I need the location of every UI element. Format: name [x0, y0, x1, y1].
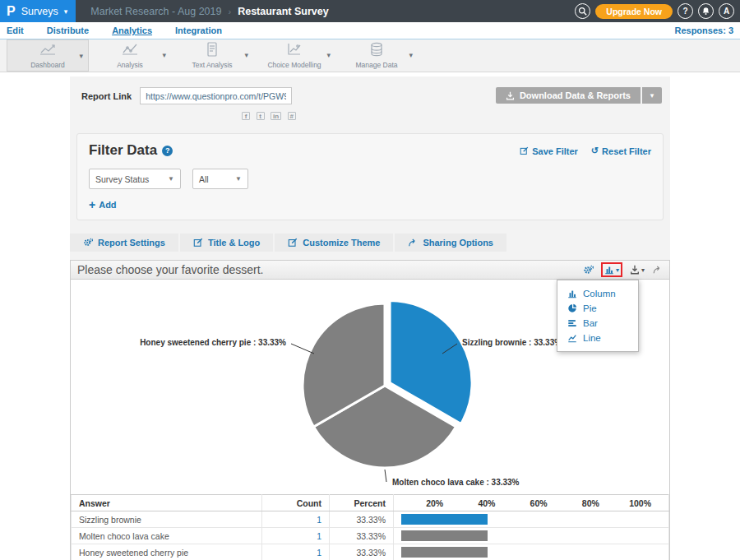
report-link-row: Report Link f t in # Download Data & Rep… — [70, 76, 670, 122]
topbar-actions: Upgrade Now ? A — [575, 0, 734, 22]
label-connector — [385, 470, 386, 482]
toolbar-text-analysis-label: Text Analysis — [192, 61, 232, 69]
menu-item-bar[interactable]: Bar — [557, 316, 638, 331]
count-cell[interactable]: 1 — [262, 544, 330, 560]
filter-value-select[interactable]: All ▼ — [192, 169, 248, 189]
toolbar-dashboard[interactable]: Dashboard ▾ — [7, 39, 89, 72]
tab-sharing-options[interactable]: Sharing Options — [395, 234, 506, 252]
breadcrumb-survey-group[interactable]: Market Research - Aug 2019 — [90, 6, 221, 17]
pie-slices[interactable] — [303, 301, 472, 468]
toolbar-choice-modelling[interactable]: Choice Modelling ▾ — [253, 39, 335, 72]
download-icon — [506, 91, 515, 100]
pie-chart-icon — [567, 303, 577, 313]
facebook-icon[interactable]: f — [242, 112, 250, 120]
toolbar-analysis-label: Analysis — [117, 61, 143, 69]
col-percent: Percent — [330, 495, 394, 511]
menu-edit[interactable]: Edit — [7, 24, 24, 37]
analytics-toolbar: Dashboard ▾ Analysis ▾ Text Analysis ▾ C… — [0, 39, 740, 72]
add-filter-label: Add — [99, 200, 116, 210]
horizontal-bar-chart-icon — [567, 318, 577, 328]
percent-bar — [401, 547, 488, 558]
reset-icon: ↺ — [591, 146, 599, 156]
notifications-button[interactable] — [698, 3, 714, 19]
chart-download-button[interactable]: ▾ — [630, 265, 645, 275]
report-link-label: Report Link — [81, 91, 132, 101]
toolbar-manage-data-label: Manage Data — [355, 61, 397, 69]
help-button[interactable]: ? — [678, 3, 693, 19]
search-button[interactable] — [575, 3, 590, 19]
tab-customize-theme[interactable]: Customize Theme — [275, 234, 393, 252]
chevron-down-icon[interactable]: ▾ — [244, 51, 248, 59]
menu-item-pie[interactable]: Pie — [557, 301, 638, 316]
chart-type-menu: Column Pie Bar — [557, 280, 639, 352]
menu-item-line[interactable]: Line — [557, 331, 638, 345]
tab-report-settings-label: Report Settings — [98, 238, 165, 248]
bell-icon — [701, 7, 710, 16]
product-name: Surveys — [21, 6, 58, 17]
twitter-icon[interactable]: t — [257, 112, 265, 120]
tab-title-logo[interactable]: Title & Logo — [180, 234, 273, 252]
save-filter-button[interactable]: Save Filter — [520, 146, 578, 156]
choice-modelling-icon — [284, 42, 304, 60]
questionpro-logo: P — [7, 4, 16, 19]
help-icon[interactable]: ? — [162, 146, 173, 156]
responses-count[interactable]: Responses: 3 — [674, 25, 733, 35]
filter-value-value: All — [199, 174, 209, 184]
report-link-input[interactable] — [140, 87, 292, 104]
scale-60: 60% — [505, 498, 557, 508]
toolbar-manage-data[interactable]: Manage Data ▾ — [335, 39, 418, 72]
chart-type-button[interactable]: ▾ — [604, 265, 619, 275]
add-filter-button[interactable]: + Add — [89, 200, 651, 210]
scale-100: 100% — [609, 498, 661, 508]
menu-item-column-label: Column — [583, 289, 616, 299]
embed-icon[interactable]: # — [288, 112, 296, 120]
chart-header: Please choose your favorite dessert. — [71, 261, 669, 280]
download-data-reports-button[interactable]: Download Data & Reports — [496, 87, 641, 104]
edit-icon — [193, 238, 203, 248]
scale-20: 20% — [401, 498, 453, 508]
share-arrow-icon — [408, 238, 418, 248]
count-cell[interactable]: 1 — [262, 528, 330, 544]
download-data-reports-group: Download Data & Reports ▾ — [496, 87, 662, 104]
percent-cell: 33.33% — [330, 528, 394, 544]
pie-label-honey: Honey sweetened cherry pie : 33.33% — [140, 338, 286, 347]
bar-chart-icon — [604, 265, 614, 275]
line-chart-icon — [567, 333, 577, 343]
results-table: Answer Count Percent 20% 40% 60% 80% 100… — [71, 494, 669, 560]
menu-analytics[interactable]: Analytics — [112, 24, 152, 37]
count-cell[interactable]: 1 — [262, 511, 330, 528]
top-bar: P Surveys ▾ Market Research - Aug 2019 ›… — [0, 0, 740, 22]
download-dropdown-button[interactable]: ▾ — [642, 87, 662, 104]
reset-filter-button[interactable]: ↺ Reset Filter — [591, 146, 651, 156]
filter-title-text: Filter Data — [89, 142, 157, 159]
filter-data-panel: Filter Data ? Save Filter ↺ Reset Filter… — [76, 133, 664, 220]
chevron-down-icon[interactable]: ▾ — [79, 52, 83, 60]
surveys-menu[interactable]: P Surveys ▾ — [0, 0, 76, 22]
chevron-down-icon[interactable]: ▾ — [162, 51, 166, 59]
account-avatar[interactable]: A — [719, 3, 734, 19]
chart-settings-button[interactable] — [583, 265, 594, 275]
toolbar-text-analysis[interactable]: Text Analysis ▾ — [171, 39, 253, 72]
menu-item-bar-label: Bar — [583, 318, 598, 328]
toolbar-analysis[interactable]: Analysis ▾ — [89, 39, 171, 72]
search-icon — [578, 7, 587, 16]
tab-report-settings[interactable]: Report Settings — [70, 234, 178, 252]
filter-field-select[interactable]: Survey Status ▼ — [89, 169, 181, 189]
upgrade-now-button[interactable]: Upgrade Now — [595, 4, 673, 19]
menu-integration[interactable]: Integration — [175, 24, 222, 37]
answer-cell: Sizzling brownie — [72, 511, 262, 528]
chevron-down-icon[interactable]: ▾ — [326, 51, 331, 59]
question-chart-panel: Please choose your favorite dessert. — [70, 260, 670, 560]
menu-distribute[interactable]: Distribute — [47, 24, 89, 37]
chart-share-button[interactable] — [652, 265, 663, 275]
bar-cell — [394, 511, 669, 528]
chevron-down-icon[interactable]: ▾ — [409, 51, 413, 59]
question-title: Please choose your favorite dessert. — [77, 263, 263, 276]
gears-icon — [83, 238, 93, 248]
gears-icon — [583, 265, 594, 275]
save-filter-label: Save Filter — [532, 146, 578, 156]
toolbar-choice-modelling-label: Choice Modelling — [267, 61, 321, 69]
menu-item-column[interactable]: Column — [557, 286, 638, 301]
toolbar-dashboard-label: Dashboard — [30, 61, 65, 69]
linkedin-icon[interactable]: in — [271, 112, 281, 120]
